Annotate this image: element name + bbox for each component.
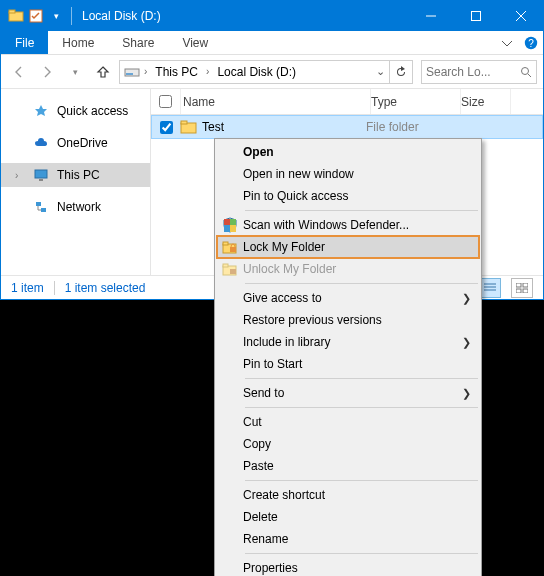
menu-item-label: Scan with Windows Defender...: [243, 218, 471, 232]
menu-item[interactable]: Pin to Quick access: [217, 185, 479, 207]
nav-this-pc[interactable]: › This PC: [1, 163, 150, 187]
nav-network[interactable]: › Network: [1, 195, 150, 219]
menu-item-label: Send to: [243, 386, 462, 400]
menu-item[interactable]: Include in library❯: [217, 331, 479, 353]
menu-item[interactable]: Give access to❯: [217, 287, 479, 309]
svg-rect-22: [516, 283, 521, 287]
menu-item[interactable]: Lock My Folder: [217, 236, 479, 258]
tab-home[interactable]: Home: [48, 31, 108, 54]
network-icon: [33, 199, 49, 215]
menu-separator: [245, 553, 478, 554]
svg-rect-1: [9, 10, 15, 13]
context-menu: OpenOpen in new windowPin to Quick acces…: [214, 138, 482, 576]
svg-rect-23: [523, 283, 528, 287]
crumb-drive[interactable]: Local Disk (D:): [213, 65, 300, 79]
chevron-right-icon[interactable]: ›: [144, 66, 147, 77]
column-headers: Name Type Size: [151, 89, 543, 115]
folder-icon: [7, 7, 25, 25]
nav-label: Network: [57, 200, 101, 214]
menu-item[interactable]: Pin to Start: [217, 353, 479, 375]
menu-item[interactable]: Paste: [217, 455, 479, 477]
svg-rect-31: [223, 242, 228, 245]
close-button[interactable]: [498, 1, 543, 31]
menu-item-label: Open: [243, 145, 471, 159]
menu-item[interactable]: Send to❯: [217, 382, 479, 404]
window-title: Local Disk (D:): [78, 9, 161, 23]
menu-separator: [245, 480, 478, 481]
address-bar[interactable]: › This PC › Local Disk (D:) ⌄: [119, 60, 390, 84]
col-size[interactable]: Size: [461, 89, 511, 114]
menu-item[interactable]: Open in new window: [217, 163, 479, 185]
nav-quick-access[interactable]: › Quick access: [1, 99, 150, 123]
cloud-icon: [33, 135, 49, 151]
refresh-button[interactable]: [389, 60, 413, 84]
forward-button[interactable]: [35, 60, 59, 84]
menu-item-label: Cut: [243, 415, 471, 429]
file-tab[interactable]: File: [1, 31, 48, 54]
svg-rect-24: [516, 289, 521, 293]
menu-item[interactable]: Open: [217, 141, 479, 163]
nav-onedrive[interactable]: › OneDrive: [1, 131, 150, 155]
menu-item[interactable]: Properties: [217, 557, 479, 576]
chevron-right-icon[interactable]: ›: [15, 170, 25, 181]
unlockfolder-icon: [217, 261, 243, 277]
svg-rect-35: [230, 269, 236, 274]
details-view-button[interactable]: [479, 278, 501, 298]
recent-dropdown-icon[interactable]: ▾: [63, 60, 87, 84]
menu-item-label: Restore previous versions: [243, 313, 471, 327]
qat-dropdown-icon[interactable]: ▾: [47, 7, 65, 25]
row-name: Test: [202, 120, 224, 134]
tab-share[interactable]: Share: [108, 31, 168, 54]
back-button[interactable]: [7, 60, 31, 84]
address-dropdown-icon[interactable]: ⌄: [376, 65, 385, 78]
file-row[interactable]: Test File folder: [151, 115, 543, 139]
chevron-right-icon[interactable]: ›: [206, 66, 209, 77]
search-box[interactable]: [421, 60, 537, 84]
svg-rect-16: [41, 208, 46, 212]
col-name[interactable]: Name: [181, 89, 371, 114]
svg-text:?: ?: [528, 38, 534, 49]
up-button[interactable]: [91, 60, 115, 84]
tab-view[interactable]: View: [168, 31, 222, 54]
menu-item-label: Open in new window: [243, 167, 471, 181]
menu-item-label: Paste: [243, 459, 471, 473]
select-all-checkbox[interactable]: [159, 95, 172, 108]
menu-item[interactable]: Cut: [217, 411, 479, 433]
menu-item[interactable]: Copy: [217, 433, 479, 455]
thumbnails-view-button[interactable]: [511, 278, 533, 298]
minimize-button[interactable]: [408, 1, 453, 31]
menu-item[interactable]: Rename: [217, 528, 479, 550]
ribbon: File Home Share View ?: [1, 31, 543, 55]
search-icon[interactable]: [520, 66, 532, 78]
menu-separator: [245, 407, 478, 408]
nav-label: This PC: [57, 168, 100, 182]
svg-rect-29: [230, 225, 236, 232]
menu-separator: [245, 210, 478, 211]
menu-item[interactable]: Create shortcut: [217, 484, 479, 506]
properties-qat-icon[interactable]: [27, 7, 45, 25]
star-icon: [33, 103, 49, 119]
svg-rect-10: [126, 73, 133, 75]
menu-item-label: Pin to Start: [243, 357, 471, 371]
crumb-this-pc[interactable]: This PC: [151, 65, 202, 79]
maximize-button[interactable]: [453, 1, 498, 31]
menu-item-label: Include in library: [243, 335, 462, 349]
menu-item[interactable]: Scan with Windows Defender...: [217, 214, 479, 236]
row-checkbox[interactable]: [160, 121, 173, 134]
svg-rect-14: [39, 179, 43, 181]
svg-rect-25: [523, 289, 528, 293]
menu-item-label: Unlock My Folder: [243, 262, 471, 276]
help-icon[interactable]: ?: [519, 31, 543, 54]
svg-rect-15: [36, 202, 41, 206]
ribbon-expand-icon[interactable]: [495, 31, 519, 54]
col-type[interactable]: Type: [371, 89, 461, 114]
svg-rect-34: [223, 264, 228, 267]
svg-rect-4: [471, 12, 480, 21]
menu-item[interactable]: Restore previous versions: [217, 309, 479, 331]
svg-rect-26: [224, 219, 230, 225]
menu-item-label: Give access to: [243, 291, 462, 305]
svg-rect-32: [230, 247, 236, 252]
search-input[interactable]: [426, 65, 520, 79]
navigation-pane: › Quick access › OneDrive › This PC › Ne…: [1, 89, 151, 275]
menu-item[interactable]: Delete: [217, 506, 479, 528]
